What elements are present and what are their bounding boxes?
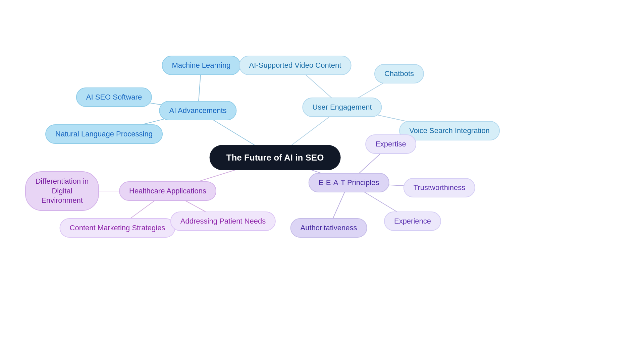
node-ai_video: AI-Supported Video Content	[239, 56, 352, 75]
node-nlp: Natural Language Processing	[45, 124, 163, 144]
node-healthcare: Healthcare Applications	[119, 181, 216, 201]
node-machine_learning: Machine Learning	[162, 56, 241, 75]
node-addressing_patient: Addressing Patient Needs	[170, 211, 276, 231]
node-chatbots: Chatbots	[374, 64, 424, 83]
node-user_engagement: User Engagement	[302, 98, 382, 117]
node-voice_search: Voice Search Integration	[399, 121, 500, 140]
node-trustworthiness: Trustworthiness	[404, 178, 475, 197]
node-experience: Experience	[384, 211, 441, 231]
node-ai_seo_software: AI SEO Software	[76, 87, 152, 107]
mindmap-container: The Future of AI in SEOAI AdvancementsMa…	[0, 0, 644, 363]
node-differentiation: Differentiation in Digital Environment	[25, 171, 99, 211]
node-authoritativeness: Authoritativeness	[290, 218, 367, 238]
node-content_marketing: Content Marketing Strategies	[60, 218, 175, 238]
node-ai_advancements: AI Advancements	[159, 101, 236, 120]
node-expertise: Expertise	[365, 134, 416, 154]
center-node: The Future of AI in SEO	[210, 145, 341, 170]
node-eeat: E-E-A-T Principles	[309, 173, 389, 192]
